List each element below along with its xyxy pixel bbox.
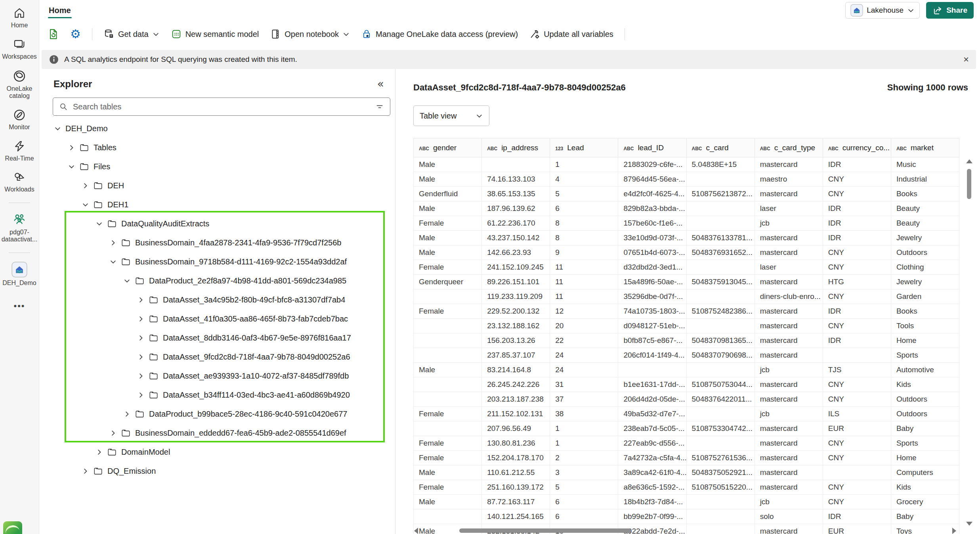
chevron-right-icon[interactable] bbox=[136, 353, 145, 361]
folder-icon bbox=[148, 352, 159, 362]
chevron-right-icon[interactable] bbox=[108, 429, 118, 437]
table-cell: 206cf014-1f49-4... bbox=[618, 348, 686, 363]
tree-item-dataasset-8ddb3146-0af3-4b67-9e5e-8976f816[interactable]: DataAsset_8ddb3146-0af3-4b67-9e5e-8976f8… bbox=[39, 328, 395, 347]
table-row: Male110.61.212.5533a89ca42-61f0-4...5048… bbox=[414, 465, 959, 480]
table-cell: 5108753304742... bbox=[686, 421, 755, 436]
column-type-icon: ABC bbox=[419, 146, 429, 151]
rail-more-button[interactable]: ••• bbox=[13, 301, 25, 311]
share-button[interactable]: Share bbox=[926, 2, 974, 19]
column-header-lead-id[interactable]: ABClead_ID bbox=[618, 138, 686, 157]
tree-item-label: DQ_Emission bbox=[107, 467, 156, 476]
column-header-c-card[interactable]: ABCc_card bbox=[686, 138, 755, 157]
column-header-label: ip_address bbox=[501, 144, 538, 152]
tree-item-tables[interactable]: Tables bbox=[39, 138, 395, 157]
column-header-lead[interactable]: 123Lead bbox=[550, 138, 618, 157]
table-cell: 23.132.188.162 bbox=[482, 319, 550, 333]
toolbar-update-all-variables[interactable]: Update all variables bbox=[529, 29, 613, 40]
horizontal-scrollbar[interactable] bbox=[413, 527, 957, 534]
chevron-right-icon[interactable] bbox=[122, 410, 132, 418]
scroll-down-arrow-icon[interactable] bbox=[966, 522, 972, 526]
tree-item-domainmodel[interactable]: DomainModel bbox=[39, 442, 395, 461]
tree-item-dataasset-41f0a305-aa86-465f-8b73-fab7cdeb[interactable]: DataAsset_41f0a305-aa86-465f-8b73-fab7cd… bbox=[39, 309, 395, 328]
chevron-right-icon[interactable] bbox=[80, 467, 90, 475]
column-header-c-card-type[interactable]: ABCc_card_type bbox=[755, 138, 823, 157]
collapse-panel-icon[interactable]: « bbox=[377, 80, 384, 88]
table-cell: 11 bbox=[550, 275, 618, 289]
table-row: Genderqueer89.226.151.1011115a489f6-50ae… bbox=[414, 275, 959, 289]
column-header-gender[interactable]: ABCgender bbox=[414, 138, 482, 157]
chevron-right-icon[interactable] bbox=[136, 296, 145, 304]
chevron-right-icon[interactable] bbox=[136, 391, 145, 399]
tree-item-businessdomain-9718b584-d111-4169-92c2-155[interactable]: BusinessDomain_9718b584-d111-4169-92c2-1… bbox=[39, 252, 395, 271]
main-content: DataAsset_9fcd2c8d-718f-4aa7-9b78-8049d0… bbox=[395, 69, 980, 534]
tree-item-dataasset-3a4c95b2-f80b-49cf-bfc8-a31307df[interactable]: DataAsset_3a4c95b2-f80b-49cf-bfc8-a31307… bbox=[39, 290, 395, 309]
rail-item-home[interactable]: Home bbox=[1, 6, 38, 29]
tree-item-deh1[interactable]: DEH1 bbox=[39, 195, 395, 214]
chevron-right-icon[interactable] bbox=[108, 239, 118, 247]
column-header-label: Lead bbox=[567, 144, 584, 152]
chevron-right-icon[interactable] bbox=[136, 372, 145, 380]
rail-item-onelake-catalog[interactable]: OneLake catalog bbox=[1, 69, 38, 100]
search-input[interactable] bbox=[72, 102, 375, 112]
folder-icon bbox=[148, 295, 159, 305]
chevron-down-icon[interactable] bbox=[94, 220, 104, 228]
toolbar-manage-onelake-data-access-preview[interactable]: Manage OneLake data access (preview) bbox=[361, 29, 518, 40]
toolbar-open-notebook[interactable]: Open notebook bbox=[270, 29, 350, 40]
table-cell: Clothing bbox=[891, 260, 959, 275]
toolbar-get-data[interactable]: Get data bbox=[103, 29, 160, 40]
scroll-up-arrow-icon[interactable] bbox=[966, 159, 972, 163]
column-header-market[interactable]: ABCmarket bbox=[891, 138, 959, 157]
table-cell bbox=[686, 363, 755, 377]
tree-item-files[interactable]: Files bbox=[39, 157, 395, 176]
scroll-left-arrow-icon[interactable] bbox=[414, 528, 418, 534]
item-type-dropdown[interactable]: Lakehouse bbox=[845, 2, 920, 19]
tab-active-underline bbox=[48, 17, 72, 18]
close-icon[interactable]: × bbox=[963, 55, 969, 64]
rail-item-real-time[interactable]: Real-Time bbox=[1, 140, 38, 162]
chevron-down-icon[interactable] bbox=[67, 163, 76, 170]
table-cell: IDR bbox=[823, 201, 891, 216]
toolbar-new-semantic-model[interactable]: New semantic model bbox=[171, 29, 259, 40]
chevron-down-icon[interactable] bbox=[80, 201, 90, 209]
tree-item-dataqualityauditextracts[interactable]: DataQualityAuditExtracts bbox=[39, 214, 395, 233]
table-row: 203.213.187.23837206d4d2d-05de-...504837… bbox=[414, 392, 959, 407]
horizontal-scroll-thumb[interactable] bbox=[459, 528, 631, 533]
column-type-icon: ABC bbox=[692, 146, 702, 151]
tab-home[interactable]: Home bbox=[45, 2, 75, 19]
chevron-down-icon[interactable] bbox=[53, 125, 62, 132]
rail-item-deh-demo[interactable]: DEH_Demo bbox=[1, 262, 38, 287]
tree-item-deh[interactable]: DEH bbox=[39, 176, 395, 195]
chevron-right-icon[interactable] bbox=[80, 182, 90, 189]
tree-item-deh-demo[interactable]: DEH_Demo bbox=[39, 119, 395, 138]
chevron-right-icon[interactable] bbox=[136, 334, 145, 342]
chevron-down-icon[interactable] bbox=[122, 277, 132, 285]
tree-item-dataasset-9fcd2c8d-718f-4aa7-9b78-8049d002[interactable]: DataAsset_9fcd2c8d-718f-4aa7-9b78-8049d0… bbox=[39, 347, 395, 366]
tree-item-dataproduct-2e2f8a97-4b98-41dd-a801-569dc2[interactable]: DataProduct_2e2f8a97-4b98-41dd-a801-569d… bbox=[39, 271, 395, 290]
chevron-right-icon[interactable] bbox=[67, 144, 76, 151]
chevron-right-icon[interactable] bbox=[136, 315, 145, 323]
rail-item-workspaces[interactable]: Workspaces bbox=[1, 38, 38, 60]
filter-icon[interactable] bbox=[375, 102, 384, 111]
rail-item-monitor[interactable]: Monitor bbox=[1, 108, 38, 131]
rail-item-pdg07-dataactivat[interactable]: pdg07-dataactivat... bbox=[1, 212, 38, 243]
table-cell: 87964d45-56ea-... bbox=[618, 172, 686, 187]
rail-item-workloads[interactable]: Workloads bbox=[1, 170, 38, 193]
vertical-scrollbar[interactable] bbox=[964, 157, 974, 528]
column-header-currency-co[interactable]: ABCcurrency_co... bbox=[823, 138, 891, 157]
tree-item-dataproduct-b99bace5-28ec-4186-9c40-591c04[interactable]: DataProduct_b99bace5-28ec-4186-9c40-591c… bbox=[39, 404, 395, 423]
chevron-down-icon[interactable] bbox=[108, 258, 118, 266]
vertical-scroll-thumb[interactable] bbox=[967, 169, 971, 199]
toolbar-refresh-file-icon[interactable] bbox=[47, 28, 59, 40]
tree-item-businessdomain-eddedd67-fea6-45b9-ade2-085[interactable]: BusinessDomain_eddedd67-fea6-45b9-ade2-0… bbox=[39, 423, 395, 442]
tree-item-dq-emission[interactable]: DQ_Emission bbox=[39, 461, 395, 480]
column-header-ip-address[interactable]: ABCip_address bbox=[482, 138, 550, 157]
view-selector-dropdown[interactable]: Table view bbox=[413, 105, 489, 126]
tree-item-dataasset-ae939393-1a10-4072-af37-8485df78[interactable]: DataAsset_ae939393-1a10-4072-af37-8485df… bbox=[39, 366, 395, 385]
scroll-right-arrow-icon[interactable] bbox=[952, 528, 956, 534]
table-cell: CNY bbox=[823, 245, 891, 260]
toolbar-settings-gear-icon[interactable]: ⚙ bbox=[70, 28, 81, 40]
tree-item-businessdomain-4faa2878-2341-4fa9-9536-7f7[interactable]: BusinessDomain_4faa2878-2341-4fa9-9536-7… bbox=[39, 233, 395, 252]
table-cell: 5 bbox=[550, 187, 618, 201]
tree-item-dataasset-b34ff114-03ed-4bc3-ae41-a60d869b[interactable]: DataAsset_b34ff114-03ed-4bc3-ae41-a60d86… bbox=[39, 385, 395, 404]
chevron-right-icon[interactable] bbox=[94, 448, 104, 456]
